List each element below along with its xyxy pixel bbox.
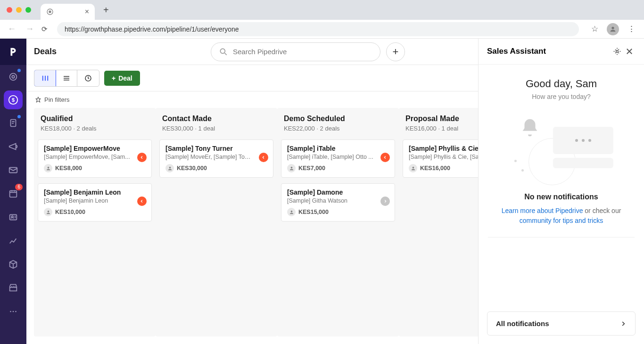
all-notifications-label: All notifications bbox=[496, 319, 549, 328]
learn-more-link[interactable]: Learn more about Pipedrive bbox=[502, 207, 583, 214]
assistant-settings-icon[interactable] bbox=[611, 45, 623, 57]
store-icon bbox=[8, 283, 18, 293]
svg-point-13 bbox=[13, 311, 14, 312]
chevron-right-icon bbox=[620, 320, 627, 327]
sidebar-item-more[interactable] bbox=[0, 300, 26, 323]
svg-point-15 bbox=[220, 49, 225, 53]
list-view-button[interactable] bbox=[56, 70, 77, 86]
sidebar-item-mail[interactable] bbox=[0, 158, 26, 182]
sales-assistant-panel: Sales Assistant Good day, Sam How are yo… bbox=[478, 39, 644, 344]
page-title: Deals bbox=[34, 47, 57, 57]
community-link[interactable]: community for tips and tricks bbox=[520, 217, 603, 224]
stage-header: Demo Scheduled KES22,000 · 2 deals bbox=[277, 108, 399, 137]
svg-text:$: $ bbox=[12, 97, 15, 103]
pipeline-stage: Qualified KES18,000 · 2 deals [Sample] E… bbox=[34, 108, 156, 336]
window-minimize[interactable] bbox=[16, 7, 22, 13]
mail-icon bbox=[8, 165, 18, 175]
tab-bar: × + bbox=[0, 0, 644, 20]
quick-add-button[interactable]: + bbox=[386, 42, 405, 61]
deal-card[interactable]: [Sample] Damone [Sample] Githa Watson KE… bbox=[281, 183, 395, 221]
clipboard-icon bbox=[8, 118, 18, 128]
svg-point-19 bbox=[47, 210, 49, 212]
url-bar[interactable]: https://growthphase.pipedrive.com/pipeli… bbox=[57, 22, 579, 36]
search-box[interactable] bbox=[211, 42, 380, 61]
pipeline-stage: Demo Scheduled KES22,000 · 2 deals [Samp… bbox=[277, 108, 399, 336]
deal-footer: KES8,000 bbox=[44, 164, 146, 172]
stage-subtotal: KES22,000 · 2 deals bbox=[284, 125, 392, 132]
sidebar-item-leads[interactable] bbox=[0, 65, 26, 89]
main-content: Deals + S +Deal KES117,000 · bbox=[26, 39, 644, 344]
notifications-help-text: Learn more about Pipedrive or check our … bbox=[488, 206, 635, 226]
url-text: https://growthphase.pipedrive.com/pipeli… bbox=[65, 25, 239, 33]
sidebar-item-insights[interactable] bbox=[0, 229, 26, 253]
deal-title: [Sample] Benjamin Leon bbox=[44, 188, 146, 196]
owner-avatar-icon bbox=[165, 164, 174, 172]
svg-point-18 bbox=[47, 166, 49, 168]
svg-point-2 bbox=[611, 26, 614, 29]
deal-title: [Sample] Tony Turner bbox=[165, 145, 267, 152]
sidebar-item-deals[interactable]: $ bbox=[4, 90, 23, 109]
deal-title: [Sample] EmpowerMove bbox=[44, 145, 146, 152]
add-deal-button[interactable]: +Deal bbox=[104, 71, 140, 86]
browser-toolbar: ← → ⟳ https://growthphase.pipedrive.com/… bbox=[0, 20, 644, 39]
window-maximize[interactable] bbox=[25, 7, 31, 13]
svg-point-23 bbox=[412, 166, 414, 168]
window-controls bbox=[7, 7, 31, 13]
box-icon bbox=[8, 259, 18, 270]
sidebar-item-marketplace[interactable] bbox=[0, 276, 26, 300]
nav-forward-icon[interactable]: → bbox=[24, 22, 36, 36]
deal-title: [Sample] Damone bbox=[287, 188, 389, 196]
deal-subtitle: [Sample] EmpowerMove, [Sam... bbox=[44, 154, 131, 160]
bell-icon bbox=[519, 117, 541, 139]
pipeline-view-button[interactable] bbox=[34, 70, 56, 87]
deal-footer: KES7,000 bbox=[287, 164, 389, 172]
deal-footer: KES10,000 bbox=[44, 208, 146, 216]
sidebar-item-products[interactable] bbox=[0, 253, 26, 276]
bookmark-star-icon[interactable]: ☆ bbox=[588, 21, 601, 37]
new-tab-button[interactable]: + bbox=[99, 3, 113, 17]
pin-filters-label: Pin filters bbox=[44, 96, 69, 103]
nav-back-icon[interactable]: ← bbox=[6, 22, 18, 36]
pin-icon bbox=[35, 97, 41, 103]
deal-card[interactable]: [Sample] iTable [Sample] iTable, [Sample… bbox=[281, 139, 395, 178]
sidebar-item-campaigns[interactable] bbox=[0, 135, 26, 158]
megaphone-icon bbox=[8, 141, 18, 152]
status-next-icon bbox=[380, 197, 390, 206]
forecast-view-button[interactable] bbox=[77, 70, 99, 86]
assistant-greeting-sub: How are you today? bbox=[488, 93, 635, 100]
owner-avatar-icon bbox=[44, 164, 52, 172]
stage-title: Demo Scheduled bbox=[284, 115, 392, 123]
deal-footer: KES30,000 bbox=[165, 164, 267, 172]
sidebar-item-contacts[interactable] bbox=[0, 205, 26, 229]
chrome-profile-icon[interactable] bbox=[607, 23, 619, 35]
assistant-illustration bbox=[510, 117, 613, 183]
assistant-title: Sales Assistant bbox=[487, 47, 611, 56]
notification-dot bbox=[17, 69, 21, 72]
stage-title: Contact Made bbox=[162, 115, 271, 123]
target-icon bbox=[8, 72, 18, 82]
all-notifications-button[interactable]: All notifications bbox=[487, 311, 636, 336]
status-overdue-icon bbox=[137, 153, 147, 162]
assistant-close-icon[interactable] bbox=[623, 45, 636, 57]
deal-card[interactable]: [Sample] Tony Turner [Sample] MoveEr, [S… bbox=[159, 139, 273, 178]
view-toggle bbox=[34, 70, 99, 87]
dollar-icon: $ bbox=[8, 95, 18, 105]
assistant-header: Sales Assistant bbox=[479, 39, 644, 65]
sidebar: $ 6 bbox=[0, 39, 26, 344]
sidebar-item-projects[interactable] bbox=[0, 111, 26, 135]
search-input[interactable] bbox=[233, 48, 372, 56]
deal-amount: KES8,000 bbox=[55, 165, 82, 172]
reload-icon[interactable]: ⟳ bbox=[41, 25, 48, 33]
deal-amount: KES10,000 bbox=[55, 209, 85, 215]
chrome-menu-icon[interactable]: ⋮ bbox=[625, 21, 638, 37]
sidebar-item-activities[interactable]: 6 bbox=[0, 182, 26, 205]
deal-card[interactable]: [Sample] Benjamin Leon [Sample] Benjamin… bbox=[38, 183, 152, 221]
svg-point-1 bbox=[49, 10, 51, 13]
browser-tab[interactable]: × bbox=[41, 4, 95, 20]
tab-close-icon[interactable]: × bbox=[85, 8, 89, 16]
deal-card[interactable]: [Sample] EmpowerMove [Sample] EmpowerMov… bbox=[38, 139, 152, 178]
pipedrive-logo[interactable] bbox=[0, 39, 26, 65]
pipeline-stage: Contact Made KES30,000 · 1 deal [Sample]… bbox=[156, 108, 277, 336]
svg-rect-9 bbox=[10, 191, 17, 197]
window-close[interactable] bbox=[7, 7, 12, 13]
